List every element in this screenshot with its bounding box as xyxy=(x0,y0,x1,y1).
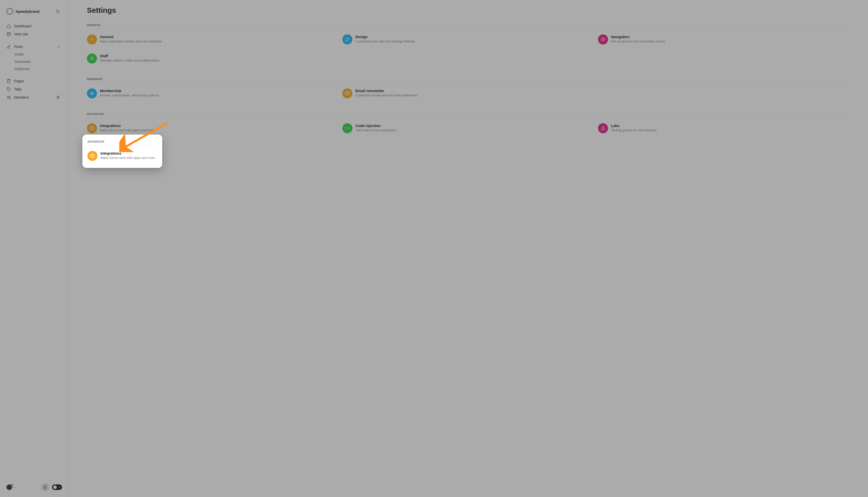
gear-icon xyxy=(87,34,97,44)
section-website: WEBSITE General Basic publication detail… xyxy=(87,24,849,63)
svg-point-11 xyxy=(45,487,46,488)
card-desc: Basic publication details and site metad… xyxy=(100,39,162,43)
card-desc: Testing ground for new features xyxy=(611,128,657,132)
card-desc: Customize emails and set email addresses xyxy=(355,94,417,97)
sidebar-item-dashboard[interactable]: Dashboard xyxy=(3,22,64,30)
mail-icon xyxy=(342,88,352,98)
card-general[interactable]: General Basic publication details and si… xyxy=(87,34,337,44)
members-icon xyxy=(87,88,97,98)
card-title: Integrations xyxy=(100,124,154,128)
layout-icon xyxy=(6,32,11,37)
brand-name: Speedybrand xyxy=(16,9,39,14)
sidebar-item-tags[interactable]: Tags xyxy=(3,85,64,93)
settings-button[interactable] xyxy=(41,483,50,492)
brush-icon xyxy=(342,34,352,44)
sidebar-item-view-site[interactable]: View site xyxy=(3,30,64,38)
sidebar-item-scheduled[interactable]: Scheduled xyxy=(3,58,64,65)
card-desc: Access, subscription, and pricing option… xyxy=(100,94,159,97)
svg-point-18 xyxy=(90,92,92,94)
sidebar-item-label: View site xyxy=(14,32,28,36)
card-title: Membership xyxy=(100,89,159,93)
card-title: Staff xyxy=(100,54,159,58)
sidebar-item-members[interactable]: Members 0 xyxy=(3,93,64,102)
section-header-advanced: ADVANCED xyxy=(87,112,849,118)
card-desc: Add code to your publication xyxy=(355,128,396,132)
user-icon xyxy=(87,54,97,63)
card-desc: Set up primary and secondary menus xyxy=(611,39,665,43)
sidebar-item-label: Tags xyxy=(14,87,22,91)
sidebar-item-label: Published xyxy=(15,67,29,71)
svg-point-9 xyxy=(8,96,9,97)
card-title: Design xyxy=(355,35,415,39)
svg-point-13 xyxy=(601,38,605,41)
theme-toggle[interactable]: ☀ xyxy=(52,484,62,490)
section-header-members: MEMBERS xyxy=(87,77,849,83)
card-title: General xyxy=(100,35,162,39)
page-icon xyxy=(6,79,11,83)
plus-icon xyxy=(56,45,60,49)
svg-point-10 xyxy=(9,96,10,97)
svg-line-1 xyxy=(58,12,59,13)
sidebar-item-label: Posts xyxy=(14,45,23,49)
svg-marker-14 xyxy=(602,39,603,40)
avatar-icon xyxy=(6,484,12,490)
flask-icon xyxy=(598,123,608,133)
search-icon xyxy=(56,9,60,14)
tag-icon xyxy=(6,87,11,91)
brand[interactable]: Speedybrand xyxy=(6,8,39,15)
svg-point-12 xyxy=(92,39,93,40)
sidebar: Speedybrand Dashboard View site xyxy=(0,0,67,497)
sidebar-item-label: Members xyxy=(14,95,29,99)
compass-icon xyxy=(598,34,608,44)
card-design[interactable]: Design Customize your site and manage th… xyxy=(342,34,593,44)
sidebar-item-posts[interactable]: Posts xyxy=(3,43,64,51)
card-code-injection[interactable]: Code injection Add code to your publicat… xyxy=(342,123,593,133)
code-icon xyxy=(342,123,352,133)
card-title: Labs xyxy=(611,124,657,128)
svg-point-0 xyxy=(56,10,59,13)
card-navigation[interactable]: Navigation Set up primary and secondary … xyxy=(598,34,849,44)
user-menu[interactable]: ▾ xyxy=(6,484,15,490)
chevron-down-icon: ▾ xyxy=(14,486,15,489)
members-icon xyxy=(6,95,11,100)
card-membership[interactable]: Membership Access, subscription, and pri… xyxy=(87,88,337,98)
card-title: Email newsletter xyxy=(355,89,417,93)
section-members: MEMBERS Membership Access, subscription,… xyxy=(87,77,849,98)
page-title: Settings xyxy=(87,6,849,15)
section-advanced: ADVANCED Integrations Make Ghost work wi… xyxy=(87,112,849,133)
home-icon xyxy=(6,24,11,28)
box-icon xyxy=(87,123,97,133)
card-desc: Customize your site and manage themes xyxy=(355,39,415,43)
search-button[interactable] xyxy=(54,7,62,16)
sidebar-item-label: Pages xyxy=(14,79,24,83)
svg-point-15 xyxy=(91,57,93,58)
svg-point-8 xyxy=(8,88,8,89)
card-email-newsletter[interactable]: Email newsletter Customize emails and se… xyxy=(342,88,593,98)
sidebar-item-pages[interactable]: Pages xyxy=(3,77,64,85)
sidebar-item-label: Drafts xyxy=(15,53,24,56)
card-title: Code injection xyxy=(355,124,396,128)
gear-icon xyxy=(43,485,47,489)
sidebar-item-label: Scheduled xyxy=(15,60,31,63)
card-title: Navigation xyxy=(611,35,665,39)
svg-point-19 xyxy=(92,92,94,94)
card-staff[interactable]: Staff Manage authors, editor and collabo… xyxy=(87,54,337,63)
sidebar-item-published[interactable]: Published xyxy=(3,65,64,73)
card-desc: Manage authors, editor and collaborators xyxy=(100,58,159,62)
new-post-button[interactable] xyxy=(56,45,60,49)
sidebar-item-label: Dashboard xyxy=(14,24,31,28)
members-count-badge: 0 xyxy=(56,95,60,100)
brand-logo-icon xyxy=(6,8,13,15)
sidebar-item-drafts[interactable]: Drafts xyxy=(3,51,64,58)
main-content: Settings WEBSITE General Basic publicati… xyxy=(67,0,868,497)
toggle-knob xyxy=(53,485,57,489)
edit-icon xyxy=(6,44,11,49)
section-header-website: WEBSITE xyxy=(87,24,849,29)
card-integrations[interactable]: Integrations Make Ghost work with apps a… xyxy=(87,123,337,133)
sun-icon: ☀ xyxy=(58,486,61,489)
svg-rect-2 xyxy=(7,33,11,36)
card-desc: Make Ghost work with apps and tools xyxy=(100,128,154,132)
card-labs[interactable]: Labs Testing ground for new features xyxy=(598,123,849,133)
